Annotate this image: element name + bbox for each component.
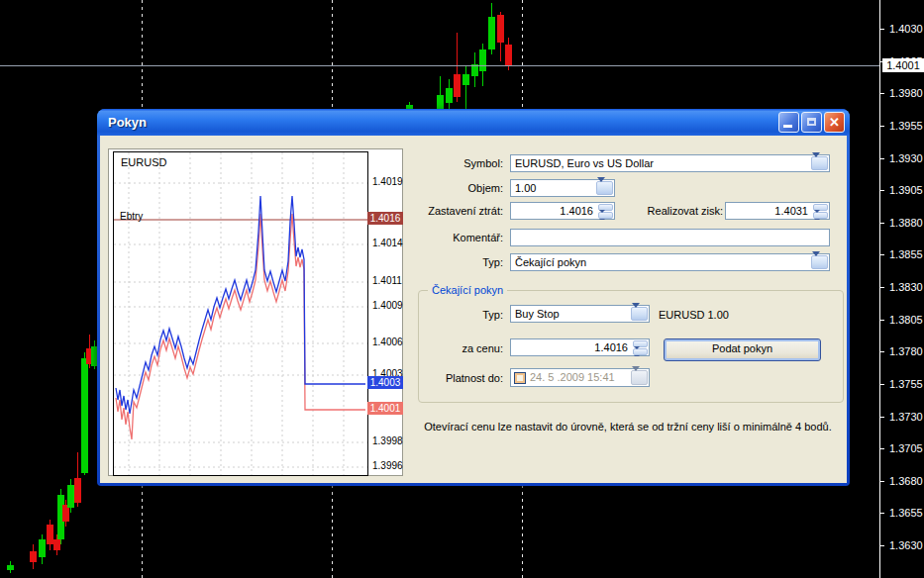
axis-label: 1.3930 (889, 152, 923, 164)
tick-scale-label: 1.3998 (372, 435, 403, 446)
axis-tick (879, 513, 884, 514)
axis-tick (879, 481, 884, 482)
candle-body (497, 15, 504, 43)
axis-tick (879, 287, 884, 288)
volume-label: Objem: (427, 181, 503, 195)
candle-body (7, 565, 14, 570)
ask-line (116, 196, 365, 414)
submit-order-button[interactable]: Podat pokyn (664, 338, 821, 361)
axis-label: 1.3830 (889, 281, 923, 293)
comment-label: Komentář: (397, 231, 503, 244)
axis-tick (879, 417, 884, 418)
pending-type-dropdown-icon[interactable] (631, 307, 648, 321)
entry-line-label: Ebtry (120, 211, 143, 222)
pending-order-group-title: Čekající pokyn (428, 283, 507, 297)
candle-body (30, 551, 37, 562)
price-label: za cenu: (427, 341, 503, 355)
candle-body (462, 74, 469, 85)
dialog-title: Pokyn (108, 115, 776, 130)
tick-scale-label: 1.4006 (372, 337, 403, 347)
close-icon: ✕ (825, 113, 844, 132)
candle-body (81, 358, 88, 473)
axis-tick (879, 29, 884, 30)
stoploss-label: Zastavení ztrát: (397, 204, 503, 218)
current-price-line (0, 65, 879, 66)
order-summary: EURUSD 1.00 (659, 308, 729, 322)
axis-tick (879, 254, 884, 255)
axis-label: 1.3955 (889, 120, 923, 132)
axis-tick (879, 223, 884, 224)
axis-label: 1.3655 (889, 507, 923, 519)
dialog-titlebar[interactable]: Pokyn ✕ (97, 109, 850, 136)
symbol-combo[interactable]: EURUSD, Euro vs US Dollar (510, 154, 830, 172)
axis-label: 1.3705 (889, 442, 923, 454)
tick-scale-label: 1.4019 (372, 176, 403, 187)
axis-tick (879, 448, 884, 449)
pending-type-combo[interactable]: Buy Stop (510, 305, 650, 323)
axis-label: 1.3855 (889, 248, 923, 260)
axis-label: 1.3730 (889, 411, 923, 423)
bid-line (116, 214, 365, 439)
expiry-checkbox[interactable] (514, 372, 526, 384)
minimize-icon (783, 125, 792, 128)
axis-tick (879, 190, 884, 191)
minimize-button[interactable] (778, 112, 799, 133)
expiry-combo[interactable]: 24. 5 .2009 15:41 (510, 368, 650, 387)
candle-body (437, 95, 444, 109)
axis-tick (879, 384, 884, 385)
volume-dropdown-icon[interactable] (596, 181, 613, 195)
stoploss-input[interactable]: 1.4016 (510, 202, 615, 220)
takeprofit-input[interactable]: 1.4031 (725, 202, 830, 220)
price-input[interactable]: 1.4016 (510, 338, 650, 356)
axis-label: 1.3755 (889, 378, 923, 390)
dialog-client-area: EURUSD Ebtry 1.40191.40141.40111.40091.4… (100, 136, 847, 483)
symbol-label: Symbol: (397, 156, 503, 170)
comment-input[interactable] (510, 229, 830, 246)
axis-tick (879, 126, 884, 127)
axis-label: 1.3905 (889, 184, 923, 196)
axis-tick (879, 320, 884, 321)
candle-body (67, 485, 74, 508)
tick-chart-panel: EURUSD Ebtry 1.40191.40141.40111.40091.4… (108, 148, 403, 476)
order-type-dropdown-icon[interactable] (811, 255, 828, 269)
volume-combo[interactable]: 1.00 (510, 179, 615, 197)
current-price-box: 1.4001 (882, 58, 924, 72)
close-button[interactable]: ✕ (824, 112, 845, 133)
pending-type-label: Typ: (427, 308, 503, 322)
tick-chart-symbol: EURUSD (121, 156, 166, 168)
candle-body (53, 539, 60, 550)
axis-tick (879, 545, 884, 546)
price-spinner[interactable] (633, 340, 648, 355)
candle-body (39, 539, 46, 557)
axis-label: 1.3680 (889, 475, 923, 487)
expiry-dropdown-icon[interactable] (631, 370, 648, 385)
axis-label: 1.3630 (889, 539, 923, 551)
candle-body (74, 478, 81, 503)
candle-body (479, 49, 486, 71)
candle-body (47, 525, 53, 544)
hint-text: Otevírací cenu lze nastavit do úrovně, k… (410, 421, 846, 433)
tick-scale-label: 1.4011 (372, 275, 402, 286)
axis-label: 1.3980 (889, 87, 923, 99)
price-axis-line (879, 0, 880, 578)
order-dialog: Pokyn ✕ EURUSD Ebtry 1.40191.40141.40111… (97, 109, 850, 486)
candle-wick (465, 66, 466, 109)
candle-body (505, 45, 512, 66)
axis-tick (879, 351, 884, 352)
axis-tick (879, 93, 884, 94)
takeprofit-spinner[interactable] (813, 204, 828, 219)
order-type-label: Typ: (397, 255, 503, 269)
maximize-button[interactable] (801, 112, 822, 133)
axis-label: 1.4030 (889, 23, 923, 35)
symbol-dropdown-icon[interactable] (811, 156, 828, 170)
axis-tick (879, 158, 884, 159)
bid-price-badge: 1.4001 (367, 402, 403, 415)
order-type-combo[interactable]: Čekající pokyn (510, 253, 830, 271)
axis-label: 1.3780 (889, 345, 923, 357)
candle-body (446, 88, 453, 103)
tick-scale-label: 1.4009 (372, 300, 403, 311)
stoploss-spinner[interactable] (598, 204, 613, 219)
tick-chart-frame: EURUSD Ebtry (113, 151, 368, 476)
candle-body (454, 74, 461, 97)
maximize-icon (807, 118, 816, 126)
